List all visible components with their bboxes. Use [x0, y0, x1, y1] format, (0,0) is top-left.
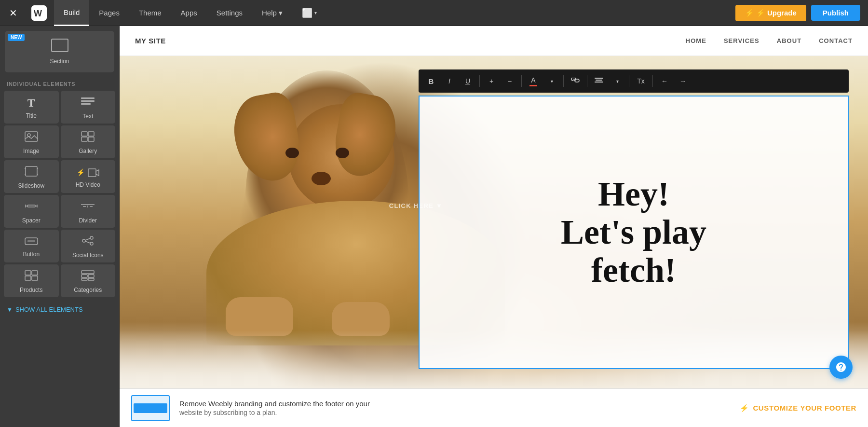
slideshow-icon — [24, 166, 39, 179]
customize-footer-button[interactable]: ⚡ CUSTOMIZE YOUR FOOTER — [740, 404, 856, 413]
title-label: Title — [26, 112, 37, 119]
categories-icon — [81, 270, 95, 284]
canvas: MY SITE HOME SERVICES ABOUT CONTACT — [120, 26, 868, 427]
sidebar-element-categories[interactable]: Categories — [61, 264, 116, 297]
svg-text:W: W — [34, 9, 42, 18]
align-icon — [595, 77, 603, 85]
sidebar-element-text[interactable]: Text — [61, 91, 116, 124]
toolbar-divider-5 — [629, 75, 629, 87]
svg-rect-21 — [32, 271, 38, 275]
toolbar-subtract-button[interactable]: − — [501, 72, 518, 90]
chevron-down-icon: ▾ — [551, 79, 553, 84]
sidebar-element-products[interactable]: Products — [4, 264, 59, 297]
products-icon — [25, 270, 38, 284]
button-icon — [25, 235, 38, 248]
toolbar-align-button[interactable] — [590, 72, 608, 90]
svg-rect-22 — [25, 276, 31, 280]
weebly-logo: W — [26, 0, 52, 26]
tab-device[interactable]: ⬜ ▾ — [292, 0, 326, 26]
svg-rect-2 — [52, 39, 68, 52]
sidebar-section-card[interactable]: NEW Section — [5, 31, 114, 72]
sidebar: NEW Section INDIVIDUAL ELEMENTS T Title — [0, 26, 120, 427]
close-button[interactable]: ✕ — [0, 0, 26, 26]
svg-rect-4 — [81, 100, 95, 102]
toolbar-italic-button[interactable]: I — [441, 72, 458, 90]
tab-pages[interactable]: Pages — [89, 0, 129, 26]
toolbar-add-button[interactable]: + — [483, 72, 500, 90]
svg-rect-5 — [81, 103, 91, 105]
toolbar-divider-1 — [479, 75, 480, 87]
svg-rect-26 — [88, 275, 94, 277]
top-bar: ✕ W Build Pages Theme Apps Settings Help… — [0, 0, 868, 26]
toolbar-color-chevron-button[interactable]: ▾ — [543, 72, 560, 90]
tab-build[interactable]: Build — [54, 0, 89, 26]
products-label: Products — [20, 287, 42, 293]
upgrade-button[interactable]: ⚡ ⚡ Upgrade — [735, 5, 806, 21]
help-fab-button[interactable] — [829, 356, 853, 379]
text-label: Text — [82, 113, 93, 120]
publish-button[interactable]: Publish — [811, 5, 860, 21]
svg-rect-28 — [88, 278, 94, 280]
device-icon: ⬜ — [302, 8, 312, 18]
social-icons-label: Social Icons — [72, 252, 104, 259]
color-indicator — [529, 85, 537, 86]
lightning-icon: ⚡ — [745, 9, 754, 17]
toolbar-bold-button[interactable]: B — [422, 72, 440, 90]
text-content-box[interactable]: Hey! Let's play fetch! — [419, 96, 849, 369]
sidebar-element-hd-video[interactable]: ⚡ HD Video — [61, 160, 116, 193]
sidebar-element-slideshow[interactable]: Slideshow — [4, 160, 59, 193]
tab-help[interactable]: Help ▾ — [252, 0, 292, 26]
nav-item-home[interactable]: HOME — [686, 37, 706, 44]
nav-item-contact[interactable]: CONTACT — [819, 37, 853, 44]
text-icon — [81, 96, 95, 110]
toolbar-divider-3 — [563, 75, 564, 87]
chevron-down-icon: ▾ — [314, 10, 317, 15]
svg-rect-20 — [25, 271, 31, 275]
sidebar-element-divider[interactable]: Divider — [61, 195, 116, 228]
svg-rect-25 — [81, 275, 87, 277]
toolbar-divider-6 — [652, 75, 653, 87]
svg-rect-11 — [88, 137, 94, 141]
button-label: Button — [23, 251, 40, 258]
sidebar-element-button[interactable]: Button — [4, 230, 59, 262]
close-icon: ✕ — [9, 7, 17, 19]
svg-rect-9 — [88, 132, 94, 136]
svg-point-19 — [90, 242, 93, 245]
sidebar-element-gallery[interactable]: Gallery — [61, 125, 116, 158]
svg-rect-16 — [27, 240, 35, 242]
sidebar-element-title[interactable]: T Title — [4, 91, 59, 124]
text-editor-toolbar: B I U + − A ▾ — [419, 69, 849, 93]
toolbar-tx-button[interactable]: Tx — [632, 72, 650, 90]
site-nav: HOME SERVICES ABOUT CONTACT — [686, 37, 853, 44]
toolbar-align-chevron-button[interactable]: ▾ — [609, 72, 626, 90]
svg-rect-6 — [25, 132, 38, 141]
sidebar-group-label: INDIVIDUAL ELEMENTS — [0, 77, 119, 89]
top-bar-right: ⚡ ⚡ Upgrade Publish — [735, 5, 868, 21]
toolbar-underline-button[interactable]: U — [459, 72, 476, 90]
section-label: Section — [50, 58, 69, 65]
hd-video-label: HD Video — [76, 181, 100, 188]
section-icon — [51, 39, 68, 55]
nav-item-about[interactable]: ABOUT — [777, 37, 801, 44]
toolbar-undo-button[interactable]: ← — [656, 72, 673, 90]
sidebar-element-image[interactable]: Image — [4, 125, 59, 158]
sidebar-element-spacer[interactable]: Spacer — [4, 195, 59, 228]
spacer-label: Spacer — [22, 217, 41, 224]
tab-theme[interactable]: Theme — [129, 0, 171, 26]
spacer-icon — [25, 201, 38, 214]
toolbar-color-button[interactable]: A — [525, 72, 542, 90]
image-label: Image — [23, 148, 39, 154]
footer-sub-text: website by subscribing to a plan. — [179, 409, 730, 416]
tab-apps[interactable]: Apps — [171, 0, 207, 26]
nav-item-services[interactable]: SERVICES — [724, 37, 760, 44]
hd-video-icon: ⚡ — [77, 166, 99, 179]
sidebar-element-social-icons[interactable]: Social Icons — [61, 230, 116, 262]
svg-rect-12 — [26, 166, 37, 176]
lightning-icon: ⚡ — [740, 404, 749, 413]
show-all-elements-button[interactable]: ▼ SHOW ALL ELEMENTS — [0, 301, 119, 318]
toolbar-redo-button[interactable]: → — [674, 72, 692, 90]
svg-rect-30 — [596, 80, 602, 81]
svg-point-17 — [90, 236, 93, 239]
toolbar-link-button[interactable] — [567, 72, 584, 90]
tab-settings[interactable]: Settings — [207, 0, 252, 26]
